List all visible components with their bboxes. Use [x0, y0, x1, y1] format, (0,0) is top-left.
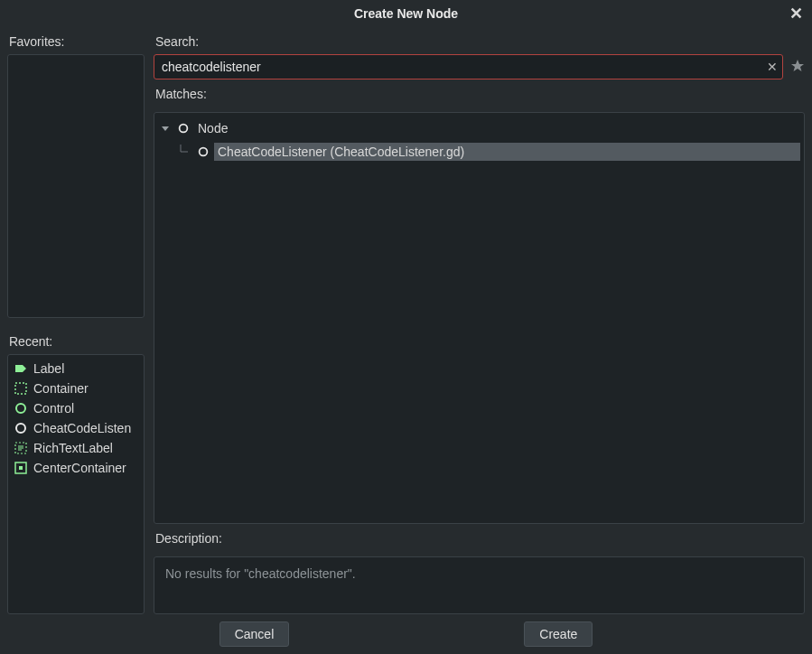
titlebar: Create New Node ✕ — [0, 0, 812, 27]
tree-branch-icon — [176, 145, 192, 159]
cancel-button[interactable]: Cancel — [219, 621, 290, 647]
search-input[interactable] — [154, 54, 783, 79]
create-node-dialog: Create New Node ✕ Favorites: Recent: Lab… — [0, 0, 812, 654]
favorites-panel[interactable] — [7, 54, 145, 318]
label-icon — [14, 361, 28, 376]
dialog-body: Favorites: Recent: Label — [0, 27, 812, 614]
recent-item-text: Container — [33, 381, 89, 396]
left-column: Favorites: Recent: Label — [7, 33, 145, 614]
tree-row-node[interactable]: Node — [156, 117, 802, 140]
dialog-title: Create New Node — [354, 6, 458, 21]
recent-item-text: RichTextLabel — [33, 441, 113, 455]
control-icon — [14, 401, 28, 416]
node-icon — [196, 145, 210, 159]
richtext-icon — [14, 441, 28, 455]
recent-label: Recent: — [7, 332, 145, 354]
recent-list: Label Container Control — [8, 355, 144, 481]
description-text: No results for "cheatcodelistener". — [165, 566, 356, 581]
recent-item-centercontainer[interactable]: CenterContainer — [8, 458, 144, 478]
recent-item-cheatcodelisten[interactable]: CheatCodeListen — [8, 418, 144, 438]
search-label: Search: — [154, 33, 805, 54]
svg-point-9 — [180, 125, 188, 133]
favorite-star-icon[interactable] — [790, 59, 805, 76]
svg-point-2 — [16, 424, 25, 433]
description-label: Description: — [154, 529, 805, 551]
button-row: Cancel Create — [0, 614, 812, 654]
recent-item-text: Label — [33, 361, 64, 376]
search-row: ✕ — [154, 54, 805, 79]
svg-rect-8 — [19, 466, 23, 470]
tree-expand-icon[interactable] — [158, 124, 173, 133]
favorites-label: Favorites: — [7, 33, 145, 54]
recent-item-label[interactable]: Label — [8, 359, 144, 378]
node-icon — [14, 421, 28, 435]
matches-panel[interactable]: Node CheatCodeListener (CheatCodeListene… — [154, 112, 805, 524]
svg-point-1 — [16, 404, 25, 413]
matches-label: Matches: — [154, 85, 805, 107]
right-column: Search: ✕ Matches: — [154, 33, 805, 614]
tree-child-label: CheatCodeListener (CheatCodeListener.gd) — [214, 143, 800, 161]
tree-node-label: Node — [194, 119, 800, 137]
tree-row-cheatcodelistener[interactable]: CheatCodeListener (CheatCodeListener.gd) — [156, 140, 802, 164]
svg-point-10 — [200, 148, 208, 156]
recent-item-control[interactable]: Control — [8, 398, 144, 418]
centercontainer-icon — [14, 461, 28, 475]
create-button[interactable]: Create — [524, 621, 593, 647]
recent-item-richtextlabel[interactable]: RichTextLabel — [8, 438, 144, 458]
description-panel: No results for "cheatcodelistener". — [154, 556, 805, 614]
node-icon — [176, 121, 191, 135]
recent-item-text: CheatCodeListen — [33, 421, 131, 435]
recent-panel: Label Container Control — [7, 354, 145, 614]
close-icon[interactable]: ✕ — [789, 4, 803, 23]
recent-item-text: Control — [33, 401, 74, 416]
search-wrapper: ✕ — [154, 54, 783, 79]
recent-item-container[interactable]: Container — [8, 378, 144, 398]
clear-search-icon[interactable]: ✕ — [767, 60, 778, 74]
svg-rect-0 — [15, 383, 26, 394]
container-icon — [14, 381, 28, 396]
recent-item-text: CenterContainer — [33, 461, 126, 475]
